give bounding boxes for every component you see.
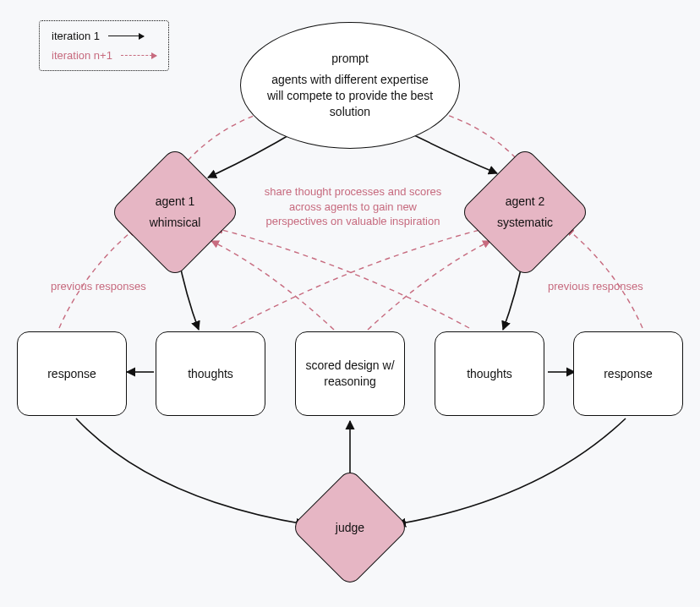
prev-responses-left: previous responses bbox=[51, 279, 146, 294]
judge-label: judge bbox=[336, 520, 364, 536]
legend-row-iterN: iteration n+1 bbox=[52, 49, 156, 62]
agent-1-title: agent 1 bbox=[150, 194, 201, 210]
legend-label-iterN: iteration n+1 bbox=[52, 49, 112, 62]
legend-row-iter1: iteration 1 bbox=[52, 30, 156, 42]
thoughts-right-label: thoughts bbox=[467, 366, 512, 382]
response-left-label: response bbox=[47, 366, 96, 382]
agent-2-node: agent 2 systematic bbox=[479, 166, 571, 259]
arrow-solid-icon bbox=[108, 36, 144, 36]
prev-responses-right: previous responses bbox=[548, 279, 643, 294]
legend-box: iteration 1 iteration n+1 bbox=[39, 20, 169, 71]
legend-label-iter1: iteration 1 bbox=[52, 30, 100, 42]
scored-label: scored design w/ reasoning bbox=[304, 358, 396, 390]
agent-2-type: systematic bbox=[497, 215, 553, 231]
thoughts-left-label: thoughts bbox=[188, 366, 233, 382]
thoughts-left-node: thoughts bbox=[156, 331, 265, 416]
thoughts-right-node: thoughts bbox=[435, 331, 544, 416]
scored-node: scored design w/ reasoning bbox=[295, 331, 405, 416]
agent-1-node: agent 1 whimsical bbox=[129, 166, 221, 259]
judge-node: judge bbox=[308, 485, 392, 570]
share-annotation: share thought processes and scores acros… bbox=[262, 184, 444, 229]
prompt-title: prompt bbox=[331, 51, 369, 67]
prompt-node: prompt agents with different expertise w… bbox=[240, 22, 460, 149]
arrow-dashed-icon bbox=[121, 55, 156, 56]
agent-2-title: agent 2 bbox=[497, 194, 553, 210]
agent-1-type: whimsical bbox=[150, 215, 201, 231]
prompt-body: agents with different expertise will com… bbox=[266, 72, 434, 120]
response-right-label: response bbox=[604, 366, 653, 382]
response-right-node: response bbox=[573, 331, 683, 416]
response-left-node: response bbox=[17, 331, 127, 416]
